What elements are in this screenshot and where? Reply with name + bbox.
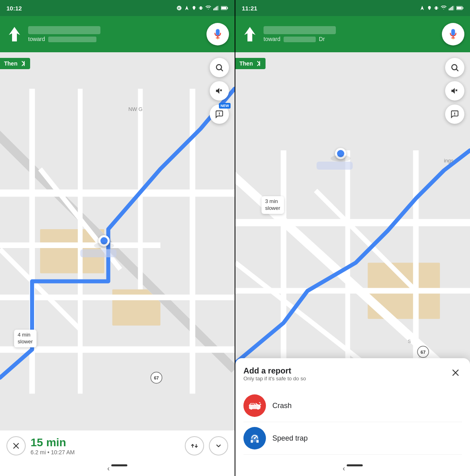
report-button-left[interactable]: NEW <box>210 105 229 124</box>
bottom-bar-left: 15 min 6.2 mi • 10:27 AM <box>0 430 235 461</box>
svg-rect-45 <box>449 8 450 10</box>
svg-point-81 <box>257 407 260 410</box>
map-controls-left: NEW <box>210 58 229 124</box>
svg-point-76 <box>454 115 455 116</box>
nav-header-left: toward <box>0 16 235 52</box>
report-button-right[interactable] <box>445 105 464 124</box>
svg-marker-53 <box>244 27 255 41</box>
sound-button-right[interactable] <box>445 81 464 101</box>
svg-rect-5 <box>215 8 215 10</box>
street-label-left <box>80 249 116 257</box>
svg-rect-10 <box>227 7 228 9</box>
svg-rect-51 <box>462 7 463 9</box>
then-badge-right: Then <box>235 58 266 69</box>
crash-label: Crash <box>272 402 292 410</box>
svg-text:S: S <box>408 339 411 344</box>
svg-text:NW G: NW G <box>128 106 142 112</box>
report-header: Add a report Only tap if it's safe to do… <box>243 366 462 388</box>
slower-label-left: 4 minslower <box>14 330 37 347</box>
svg-rect-42 <box>435 6 437 10</box>
location-dot-right <box>335 148 346 159</box>
speed-trap-icon <box>243 427 266 449</box>
direction-info-right: toward Dr <box>264 26 437 42</box>
svg-rect-88 <box>256 440 259 443</box>
location-icon-right <box>427 5 432 11</box>
up-arrow-right <box>241 25 259 43</box>
vibrate-icon <box>198 5 203 11</box>
nav-header-right: toward Dr <box>235 16 470 52</box>
svg-rect-6 <box>216 7 217 10</box>
close-report-button[interactable] <box>449 366 462 379</box>
map-controls-right <box>445 58 464 124</box>
svg-point-39 <box>219 115 220 116</box>
map-left[interactable]: 67 NW G Then NEW <box>0 52 235 430</box>
svg-point-54 <box>453 39 454 39</box>
signal-icon <box>213 6 219 10</box>
svg-rect-7 <box>217 6 217 10</box>
signal-icon-right <box>449 6 454 10</box>
svg-rect-44 <box>438 7 438 9</box>
panel-bottom-spacer <box>243 455 462 461</box>
map-svg-left: 67 NW G <box>0 52 235 430</box>
nav-pill-right <box>347 464 363 466</box>
direction-info-left: toward <box>28 26 202 42</box>
svg-rect-47 <box>451 7 452 10</box>
svg-point-86 <box>254 437 255 439</box>
street-label-right <box>317 162 353 170</box>
svg-rect-48 <box>452 6 453 10</box>
eta-time: 15 min <box>31 436 180 449</box>
left-screen: 10:12 toward <box>0 0 235 476</box>
search-button-left[interactable] <box>210 58 229 77</box>
time-right: 11:21 <box>242 5 257 12</box>
cancel-button[interactable] <box>6 436 26 455</box>
svg-rect-4 <box>213 8 214 10</box>
back-chevron-right[interactable]: ‹ <box>343 464 345 473</box>
svg-text:67: 67 <box>154 375 159 380</box>
svg-point-13 <box>217 39 218 39</box>
svg-marker-35 <box>216 88 219 94</box>
wifi-icon-right <box>441 6 447 10</box>
mic-button-right[interactable] <box>442 23 464 45</box>
svg-rect-2 <box>199 7 200 9</box>
slower-label-right: 3 minslower <box>262 196 284 214</box>
toward-label-left: toward <box>28 36 202 42</box>
svg-line-34 <box>221 69 223 71</box>
speed-trap-report-item[interactable]: Speed trap <box>243 422 462 455</box>
battery-icon <box>221 6 228 10</box>
svg-line-71 <box>456 69 458 71</box>
map-right[interactable]: ings S 67 Then <box>235 52 470 461</box>
location-icon <box>192 5 196 11</box>
svg-text:ings: ings <box>444 158 454 164</box>
svg-rect-43 <box>435 7 435 9</box>
eta-details: 6.2 mi • 10:27 AM <box>31 449 180 455</box>
svg-text:67: 67 <box>421 350 425 355</box>
route-button[interactable] <box>185 436 204 455</box>
vibrate-icon-right <box>434 5 439 11</box>
spotify-icon <box>176 5 182 11</box>
navigation-icon-right <box>419 5 425 11</box>
more-button[interactable] <box>209 436 228 455</box>
navigation-icon <box>184 5 190 11</box>
new-badge: NEW <box>219 103 231 109</box>
report-subtitle: Only tap if it's safe to do so <box>243 375 306 382</box>
status-icons-left <box>176 5 228 11</box>
mic-button-left[interactable] <box>206 23 229 45</box>
report-panel: Add a report Only tap if it's safe to do… <box>235 358 470 461</box>
svg-rect-11 <box>221 7 226 9</box>
svg-point-80 <box>250 407 253 410</box>
nav-indicator-right: ‹ <box>235 461 470 476</box>
back-chevron[interactable]: ‹ <box>107 464 110 473</box>
then-badge-left: Then <box>0 58 30 69</box>
sound-button-left[interactable] <box>210 81 229 101</box>
status-icons-right <box>419 5 464 11</box>
svg-rect-8 <box>218 6 219 10</box>
crash-report-item[interactable]: Crash <box>243 390 462 422</box>
up-arrow-left <box>6 25 23 43</box>
wifi-icon <box>205 6 211 10</box>
status-bar-right: 11:21 <box>235 0 470 16</box>
svg-marker-72 <box>452 88 455 94</box>
street-name-blurred-right <box>264 26 336 34</box>
search-button-right[interactable] <box>445 58 464 77</box>
svg-rect-52 <box>457 7 462 9</box>
svg-rect-49 <box>453 6 454 10</box>
